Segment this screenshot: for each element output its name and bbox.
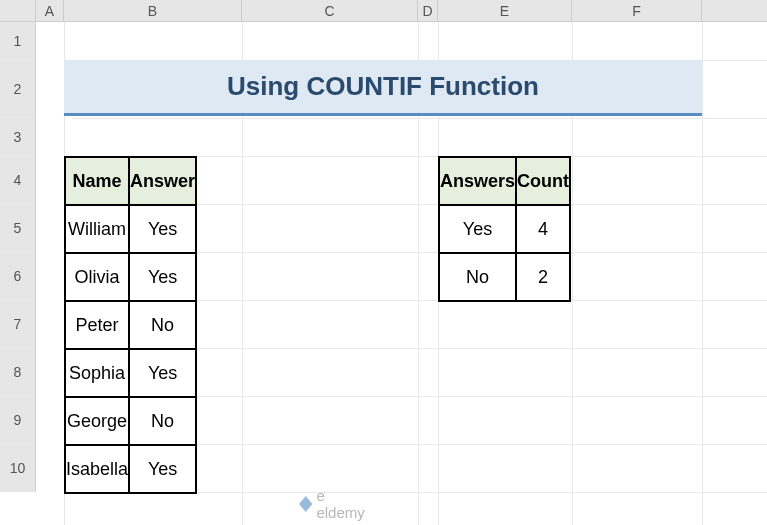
col-header-A[interactable]: A	[36, 0, 64, 21]
cell-answer[interactable]: No	[439, 253, 516, 301]
col-header-E[interactable]: E	[438, 0, 572, 21]
table-row: Isabella Yes	[65, 445, 196, 493]
row-header-7[interactable]: 7	[0, 300, 36, 348]
logo-icon	[299, 496, 312, 512]
page-title: Using COUNTIF Function	[64, 60, 702, 116]
cell-name[interactable]: Sophia	[65, 349, 129, 397]
gridline	[702, 22, 703, 525]
table-row: George No	[65, 397, 196, 445]
cell-answer[interactable]: Yes	[129, 445, 196, 493]
row-header-10[interactable]: 10	[0, 444, 36, 492]
cell-name[interactable]: George	[65, 397, 129, 445]
gridline	[72, 118, 767, 119]
table-row: William Yes	[65, 205, 196, 253]
watermark-text: e eldemy	[316, 487, 367, 521]
row-header-2[interactable]: 2	[0, 60, 36, 118]
row-header-3[interactable]: 3	[0, 118, 36, 156]
cell-name[interactable]: William	[65, 205, 129, 253]
count-table: Answers Count Yes 4 No 2	[438, 156, 571, 302]
cell-answer[interactable]: Yes	[129, 349, 196, 397]
col-header-B[interactable]: B	[64, 0, 242, 21]
row-header-8[interactable]: 8	[0, 348, 36, 396]
header-count[interactable]: Count	[516, 157, 570, 205]
cell-answer[interactable]: Yes	[129, 205, 196, 253]
cell-name[interactable]: Isabella	[65, 445, 129, 493]
col-header-F[interactable]: F	[572, 0, 702, 21]
table-row: Peter No	[65, 301, 196, 349]
cell-count[interactable]: 2	[516, 253, 570, 301]
table-row: No 2	[439, 253, 570, 301]
table-row: Olivia Yes	[65, 253, 196, 301]
spreadsheet-grid: A B C D E F 1 2 3 4 5 6 7 8 9 10 Using C…	[0, 0, 767, 525]
watermark: e eldemy	[299, 487, 367, 521]
col-header-D[interactable]: D	[418, 0, 438, 21]
cell-count[interactable]: 4	[516, 205, 570, 253]
row-header-1[interactable]: 1	[0, 22, 36, 60]
select-all-corner[interactable]	[0, 0, 36, 21]
names-table: Name Answer William Yes Olivia Yes Peter…	[64, 156, 197, 494]
table-row: Yes 4	[439, 205, 570, 253]
header-answer[interactable]: Answer	[129, 157, 196, 205]
table-row: Sophia Yes	[65, 349, 196, 397]
cell-name[interactable]: Olivia	[65, 253, 129, 301]
row-headers-column: 1 2 3 4 5 6 7 8 9 10	[0, 22, 36, 492]
table-header-row: Answers Count	[439, 157, 570, 205]
header-name[interactable]: Name	[65, 157, 129, 205]
cell-answer[interactable]: Yes	[439, 205, 516, 253]
cell-name[interactable]: Peter	[65, 301, 129, 349]
cell-answer[interactable]: Yes	[129, 253, 196, 301]
row-header-4[interactable]: 4	[0, 156, 36, 204]
table-header-row: Name Answer	[65, 157, 196, 205]
row-header-6[interactable]: 6	[0, 252, 36, 300]
col-header-C[interactable]: C	[242, 0, 418, 21]
row-header-9[interactable]: 9	[0, 396, 36, 444]
cell-answer[interactable]: No	[129, 397, 196, 445]
row-header-5[interactable]: 5	[0, 204, 36, 252]
cell-answer[interactable]: No	[129, 301, 196, 349]
header-answers[interactable]: Answers	[439, 157, 516, 205]
column-headers-row: A B C D E F	[0, 0, 767, 22]
